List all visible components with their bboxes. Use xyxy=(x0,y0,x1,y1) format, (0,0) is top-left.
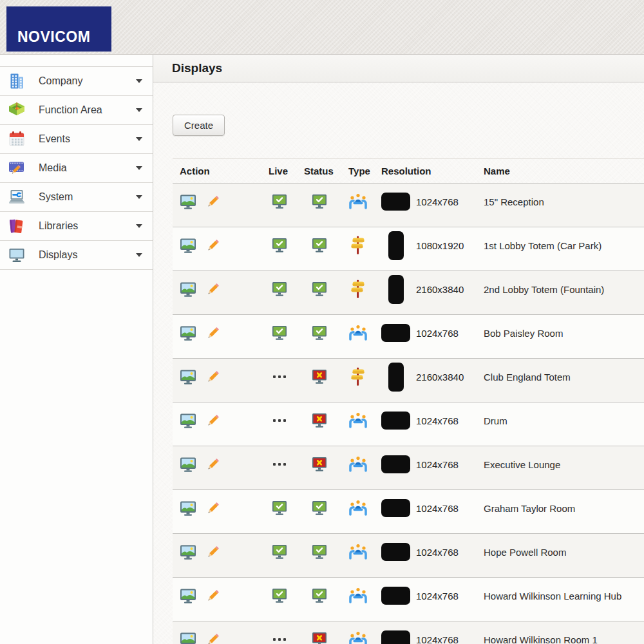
create-button[interactable]: Create xyxy=(173,115,225,136)
header-live: Live xyxy=(261,166,297,176)
totem-signpost-icon xyxy=(350,279,365,299)
display-name: 15" Reception xyxy=(484,196,544,207)
brand-logo[interactable]: NOVICOM xyxy=(6,6,111,52)
live-ok-icon xyxy=(272,194,287,209)
edit-button[interactable] xyxy=(205,412,222,429)
live-ok-icon xyxy=(272,325,287,341)
edit-button[interactable] xyxy=(205,500,222,516)
live-ok-icon xyxy=(272,544,287,560)
preview-button[interactable] xyxy=(180,412,196,429)
edit-button[interactable] xyxy=(205,456,222,473)
meeting-room-icon xyxy=(348,325,368,341)
totem-signpost-icon xyxy=(350,236,365,255)
table-row: 1024x768 15" Reception xyxy=(173,184,644,227)
edit-button[interactable] xyxy=(205,281,222,298)
table-header-row: Action Live Status Type Resolution Name xyxy=(173,158,644,184)
function-area-icon xyxy=(8,102,25,118)
preview-button[interactable] xyxy=(180,325,196,341)
monitor-picture-icon xyxy=(180,368,196,385)
orientation-shape xyxy=(388,363,404,392)
edit-button[interactable] xyxy=(205,631,222,644)
edit-button[interactable] xyxy=(205,325,222,341)
pencil-icon xyxy=(205,412,222,429)
events-icon xyxy=(8,131,25,147)
monitor-picture-icon xyxy=(180,193,196,210)
meeting-room-icon xyxy=(348,631,368,644)
sidebar-item-media[interactable]: Media xyxy=(0,154,153,183)
display-name: Bob Paisley Room xyxy=(484,328,563,339)
preview-button[interactable] xyxy=(180,500,196,516)
sidebar-item-events[interactable]: Events xyxy=(0,125,153,154)
orientation-shape xyxy=(381,455,410,473)
edit-button[interactable] xyxy=(205,368,222,385)
sidebar-item-displays[interactable]: Displays xyxy=(0,241,153,270)
preview-button[interactable] xyxy=(180,281,196,298)
sidebar-item-function-area[interactable]: Function Area xyxy=(0,96,153,125)
pencil-icon xyxy=(205,281,222,298)
edit-button[interactable] xyxy=(205,237,222,254)
displays-table: Action Live Status Type Resolution Name … xyxy=(173,158,644,644)
preview-button[interactable] xyxy=(180,587,196,604)
monitor-picture-icon xyxy=(180,587,196,604)
pencil-icon xyxy=(205,456,222,473)
status-ok-icon xyxy=(312,325,327,341)
preview-button[interactable] xyxy=(180,237,196,254)
monitor-picture-icon xyxy=(180,281,196,298)
resolution-value: 1024x768 xyxy=(416,591,459,601)
live-ok-icon xyxy=(272,238,287,253)
pencil-icon xyxy=(205,325,222,341)
preview-button[interactable] xyxy=(180,544,196,560)
orientation-shape xyxy=(381,543,410,561)
sidebar-item-company[interactable]: Company xyxy=(0,67,153,96)
pencil-icon xyxy=(205,368,222,385)
header-status: Status xyxy=(297,166,341,176)
table-body: 1024x768 15" Reception 1080x1920 1st Lob… xyxy=(173,184,644,644)
sidebar-item-system[interactable]: System xyxy=(0,183,153,212)
edit-button[interactable] xyxy=(205,544,222,560)
resolution-value: 2160x3840 xyxy=(416,284,464,295)
chevron-down-icon xyxy=(136,224,142,228)
orientation-shape xyxy=(381,412,410,430)
status-error-icon xyxy=(312,369,327,384)
meeting-room-icon xyxy=(348,544,368,560)
displays-icon xyxy=(8,247,25,263)
system-icon xyxy=(8,189,25,205)
monitor-picture-icon xyxy=(180,412,196,429)
live-pending-icon xyxy=(273,638,286,641)
preview-button[interactable] xyxy=(180,631,196,644)
top-header: NOVICOM xyxy=(0,0,644,55)
monitor-picture-icon xyxy=(180,456,196,473)
libraries-icon xyxy=(8,218,25,234)
display-name: 1st Lobby Totem (Car Park) xyxy=(484,240,601,251)
preview-button[interactable] xyxy=(180,456,196,473)
meeting-room-icon xyxy=(348,412,368,429)
resolution-value: 1024x768 xyxy=(416,196,459,207)
status-ok-icon xyxy=(312,544,327,560)
chevron-down-icon xyxy=(136,253,142,257)
edit-button[interactable] xyxy=(205,193,222,210)
live-ok-icon xyxy=(272,500,287,516)
edit-button[interactable] xyxy=(205,587,222,604)
resolution-value: 1024x768 xyxy=(416,634,459,644)
live-pending-icon xyxy=(273,463,286,466)
preview-button[interactable] xyxy=(180,368,196,385)
status-ok-icon xyxy=(312,588,327,603)
table-row: 1024x768 Drum xyxy=(173,402,644,446)
table-row: 2160x3840 2nd Lobby Totem (Fountain) xyxy=(173,271,644,315)
preview-button[interactable] xyxy=(180,193,196,210)
main-content: Displays Create Action Live Status Type … xyxy=(153,55,644,644)
orientation-shape xyxy=(388,231,404,260)
display-name: Hope Powell Room xyxy=(484,547,566,558)
orientation-shape xyxy=(381,324,410,342)
header-name: Name xyxy=(477,166,644,176)
sidebar: Company Function Area Events Media Syste… xyxy=(0,55,153,644)
resolution-value: 1080x1920 xyxy=(416,240,464,251)
table-row: 1024x768 Howard Wilkinson Room 1 xyxy=(173,621,644,644)
status-error-icon xyxy=(312,632,327,644)
chevron-down-icon xyxy=(136,108,142,112)
resolution-value: 1024x768 xyxy=(416,415,459,426)
monitor-picture-icon xyxy=(180,237,196,254)
pencil-icon xyxy=(205,544,222,560)
sidebar-item-libraries[interactable]: Libraries xyxy=(0,212,153,241)
orientation-shape xyxy=(381,587,410,605)
